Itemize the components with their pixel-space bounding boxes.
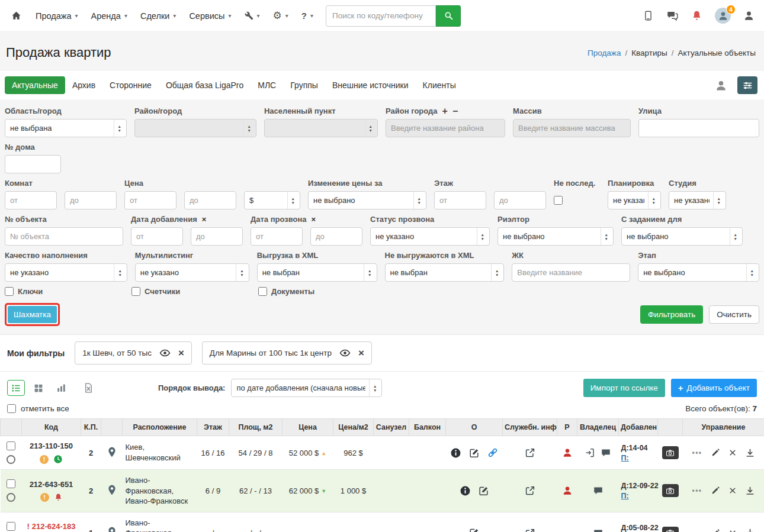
tab-external-sources[interactable]: Внешние источники [325,76,416,94]
clock-icon[interactable] [53,454,63,464]
select-all-checkbox[interactable] [7,404,16,413]
header-kp[interactable]: К.П. [81,419,101,436]
delete-icon[interactable] [728,529,737,532]
tab-clients[interactable]: Клиенты [416,76,463,94]
settlement-select[interactable] [264,119,378,137]
excel-export-button[interactable] [83,382,94,394]
region-select[interactable]: не выбрана [5,119,127,137]
nav-menu-help[interactable]: ?▾ [295,7,320,24]
currency-select[interactable]: $ [244,191,300,209]
comment-icon[interactable] [601,447,611,458]
price-change-select[interactable]: не выбрано [308,191,426,209]
external-link-icon[interactable] [505,528,556,532]
status-circle-icon[interactable] [7,493,15,502]
date-call-from-input[interactable] [251,227,303,246]
object-code[interactable]: !212-624-183 [24,522,79,531]
header-code[interactable]: Код [22,419,81,436]
realtor-select[interactable]: не выбрано [497,227,614,246]
more-actions-icon[interactable]: ••• [692,449,702,457]
download-icon[interactable] [745,486,755,496]
external-link-icon[interactable] [505,447,556,458]
rooms-to-input[interactable] [65,191,117,209]
knowledge-base-icon[interactable] [643,10,654,21]
xml-not-export-select[interactable]: не выбран [385,263,505,282]
date-added-from-input[interactable] [131,227,183,246]
external-link-icon[interactable] [505,485,556,496]
delete-icon[interactable] [728,486,737,495]
district-select[interactable] [134,119,256,137]
home-icon[interactable] [11,10,22,21]
delete-icon[interactable] [728,449,737,457]
remove-filter-icon[interactable]: × [178,349,184,357]
eye-icon[interactable] [339,347,351,359]
link-icon[interactable] [487,447,499,459]
edit-note-icon[interactable] [478,485,489,496]
city-district-input[interactable] [386,119,505,137]
tab-mls[interactable]: МЛС [251,76,283,94]
nav-menu-tools[interactable]: ▾ [238,8,267,24]
object-code[interactable]: 212-643-651 [24,480,79,489]
tab-common-base[interactable]: Общая база LigaPro [159,76,251,94]
tab-actual[interactable]: Актуальные [5,76,65,94]
clear-filter-button[interactable]: Очистить [709,305,759,324]
photos-button[interactable] [662,446,679,459]
header-added[interactable]: Добавлен [619,419,658,436]
import-by-link-button[interactable]: Импорт по ссылке [583,379,665,397]
search-button[interactable] [436,5,461,27]
breadcrumb-link-sale[interactable]: Продажа [588,49,621,57]
person-icon[interactable] [715,79,727,92]
date-call-to-input[interactable] [310,227,362,246]
notifications-bell-icon[interactable] [691,10,702,21]
info-icon[interactable] [460,485,471,496]
profile-icon[interactable] [743,10,755,21]
door-exit-icon[interactable] [585,447,595,458]
not-last-floor-checkbox[interactable] [554,196,563,205]
header-service-info[interactable]: Служебн. инфо [503,419,557,436]
nav-menu-sale[interactable]: Продажа▾ [29,8,85,24]
sort-order-select[interactable]: по дате добавления (сначала новые) [231,379,382,397]
object-code[interactable]: 213-110-150 [24,441,79,450]
layout-select[interactable]: не указано [608,191,661,209]
nav-menu-services[interactable]: Сервисы▾ [182,8,237,24]
tab-third-party[interactable]: Сторонние [102,76,159,94]
photos-button[interactable] [662,527,679,532]
apply-filter-button[interactable]: Фильтровать [640,305,703,324]
header-owner[interactable]: Владелец [577,419,619,436]
realtor-person-icon[interactable] [559,447,576,458]
saved-filter-chip[interactable]: 1к Шевч, от 50 тыс × [75,341,192,365]
chart-view-button[interactable] [52,380,70,396]
exclamation-badge-icon[interactable]: ! [40,493,49,502]
eye-icon[interactable] [159,347,171,359]
call-date-link[interactable]: П: [621,454,629,462]
comment-icon[interactable] [593,485,604,496]
counters-checkbox[interactable] [131,287,140,296]
rooms-from-input[interactable] [5,191,57,209]
remove-filter-icon[interactable]: × [358,349,364,357]
exclamation-badge-icon[interactable]: ! [40,455,49,464]
street-input[interactable] [638,119,759,137]
row-checkbox[interactable] [7,441,15,450]
call-status-select[interactable]: не указано [370,227,490,246]
more-actions-icon[interactable]: ••• [692,486,702,495]
map-pin-icon[interactable] [106,446,118,458]
tab-archive[interactable]: Архив [65,76,102,94]
floor-to-input[interactable] [494,191,546,209]
house-number-input[interactable] [5,155,61,173]
saved-filter-chip[interactable]: Для Марины от 100 тыс 1к центр × [202,341,372,365]
clear-date-call-icon[interactable]: × [312,215,316,224]
nav-menu-deals[interactable]: Сделки▾ [134,8,182,24]
header-r[interactable]: Р [557,419,577,436]
residential-complex-input[interactable] [512,263,630,282]
edit-pencil-icon[interactable] [711,448,720,457]
edit-pencil-icon[interactable] [711,528,720,532]
multilisting-select[interactable]: не указано [135,263,249,282]
chess-view-button[interactable]: Шахматка [8,306,57,323]
edit-note-icon[interactable] [468,527,480,532]
stage-select[interactable]: не выбрано [638,263,759,282]
edit-pencil-icon[interactable] [711,486,720,495]
price-to-input[interactable] [184,191,236,209]
clear-date-added-icon[interactable]: × [202,215,207,224]
header-price[interactable]: Цена [283,419,333,436]
keys-checkbox[interactable] [5,287,14,296]
header-bathroom[interactable]: Санузел [374,419,409,436]
